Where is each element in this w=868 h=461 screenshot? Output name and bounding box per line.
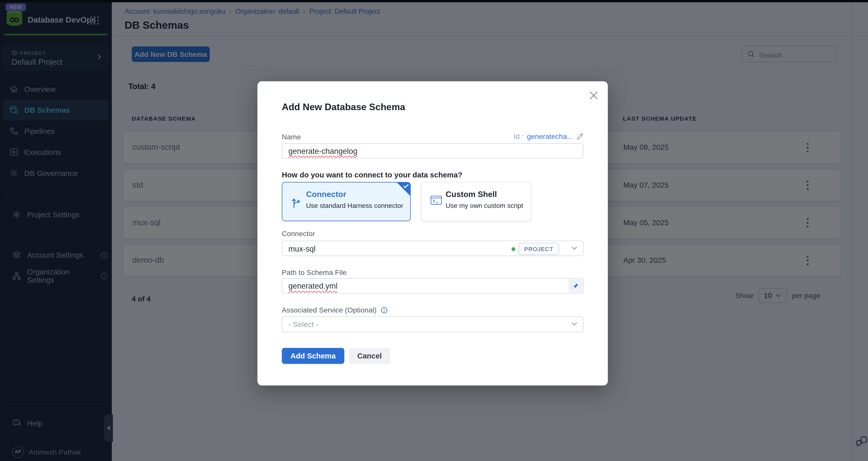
service-label: Associated Service (Optional) <box>282 306 377 314</box>
edit-pencil-icon[interactable] <box>576 133 583 140</box>
service-label-row: Associated Service (Optional) <box>282 306 388 314</box>
modal-title: Add New Database Schema <box>282 102 405 113</box>
id-prefix: Id : <box>514 132 523 141</box>
id-value-link[interactable]: generatecha... <box>527 132 573 141</box>
scope-badge: PROJECT <box>519 243 559 255</box>
chevron-down-icon <box>571 246 577 250</box>
name-value: generate-changelog <box>288 146 357 155</box>
path-label: Path to Schema File <box>282 268 347 277</box>
option-card-connector[interactable]: Connector Use standard Harness connector <box>282 182 411 221</box>
connector-select[interactable]: mux-sql PROJECT <box>282 241 583 256</box>
option-title: Connector <box>306 190 346 199</box>
service-select[interactable]: - Select - <box>282 316 583 332</box>
connector-value: mux-sql <box>288 244 316 253</box>
option-subtitle: Use standard Harness connector <box>306 202 403 210</box>
add-schema-button[interactable]: Add Schema <box>282 348 344 364</box>
path-value: generated.yml <box>288 282 337 290</box>
cancel-button[interactable]: Cancel <box>349 348 390 364</box>
terminal-icon <box>430 195 442 206</box>
name-input[interactable]: generate-changelog <box>282 143 583 159</box>
name-label: Name <box>282 133 301 141</box>
close-icon[interactable] <box>589 91 598 100</box>
screen: NEW Database DevOps <box>0 0 868 461</box>
check-icon <box>403 184 409 189</box>
path-input[interactable]: generated.yml <box>282 278 583 294</box>
chevron-down-icon <box>571 322 577 326</box>
scope-status-dot <box>512 247 515 251</box>
branch-arrows-icon <box>291 196 302 209</box>
option-subtitle: Use my own custom script <box>446 202 523 210</box>
info-icon[interactable] <box>381 307 388 314</box>
id-row: Id : generatecha... <box>514 132 583 141</box>
connector-label: Connector <box>282 229 315 238</box>
option-card-custom-shell[interactable]: Custom Shell Use my own custom script <box>421 182 532 221</box>
service-placeholder: - Select - <box>288 320 318 328</box>
connect-question: How do you want to connect to your data … <box>282 171 462 179</box>
pin-icon[interactable] <box>568 279 582 292</box>
option-title: Custom Shell <box>446 190 497 199</box>
add-schema-modal: Add New Database Schema Name Id : genera… <box>257 81 608 385</box>
